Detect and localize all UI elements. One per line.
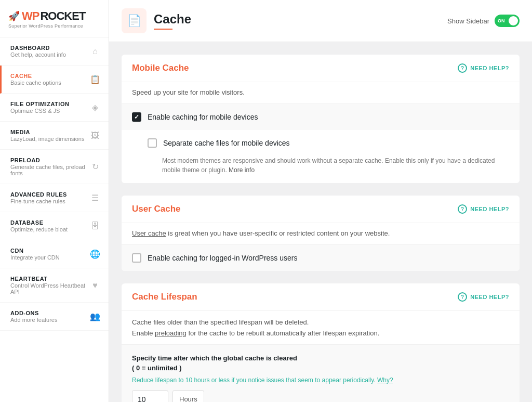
mobile-cache-need-help-button[interactable]: ? NEED HELP?	[458, 63, 509, 73]
show-sidebar-toggle[interactable]: ON	[495, 15, 520, 27]
sidebar-item-dashboard-subtitle: Get help, account info	[10, 51, 90, 58]
sidebar-item-heartbeat-subtitle: Control WordPress Heartbeat API	[10, 282, 90, 295]
file-optimization-icon: ◈	[90, 102, 100, 112]
mobile-cache-title: Mobile Cache	[132, 63, 189, 73]
separate-cache-files-main: Separate cache files for mobile devices	[148, 138, 290, 148]
sidebar-item-cache-title: CACHE	[10, 73, 90, 79]
cache-lifespan-header: Cache Lifespan ? NEED HELP?	[122, 283, 520, 311]
user-cache-need-help-button[interactable]: ? NEED HELP?	[458, 204, 509, 214]
cache-lifespan-hint: Reduce lifespan to 10 hours or less if y…	[132, 377, 509, 384]
heartbeat-icon: ♥	[90, 281, 100, 290]
user-cache-section: User Cache ? NEED HELP? User cache is gr…	[122, 196, 520, 271]
enable-logged-in-caching-row: Enable caching for logged-in WordPress u…	[122, 245, 520, 271]
mobile-cache-desc: Speed up your site for mobile visitors.	[122, 82, 520, 104]
user-cache-title: User Cache	[132, 204, 181, 214]
cache-lifespan-input[interactable]	[132, 390, 168, 402]
sidebar-item-dashboard[interactable]: DASHBOARD Get help, account info ⌂	[0, 37, 109, 66]
sidebar-item-cdn-subtitle: Integrate your CDN	[10, 254, 90, 261]
cache-icon: 📋	[90, 74, 100, 84]
cache-lifespan-unit: Hours	[172, 390, 204, 402]
separate-cache-files-checkbox[interactable]	[148, 138, 157, 148]
page-title: Cache	[154, 12, 191, 27]
sidebar-item-preload[interactable]: PRELOAD Generate cache files, preload fo…	[0, 150, 109, 184]
sidebar-item-cache-subtitle: Basic cache options	[10, 80, 90, 86]
user-cache-link[interactable]: User cache	[132, 229, 166, 237]
enable-logged-in-caching-label: Enable caching for logged-in WordPress u…	[148, 254, 297, 262]
sidebar-item-database[interactable]: DATABASE Optimize, reduce bloat 🗄	[0, 212, 109, 240]
user-cache-need-help-label: NEED HELP?	[470, 206, 509, 212]
mobile-cache-header: Mobile Cache ? NEED HELP?	[122, 55, 520, 82]
sidebar-item-file-optimization-title: FILE OPTIMIZATION	[10, 101, 90, 107]
sidebar-item-database-subtitle: Optimize, reduce bloat	[10, 226, 90, 232]
title-underline	[154, 29, 172, 30]
page-header: 📄 Cache Show Sidebar ON	[109, 0, 532, 42]
sidebar-item-media-title: MEDIA	[10, 129, 90, 135]
sidebar-item-add-ons-subtitle: Add more features	[10, 317, 90, 323]
user-cache-desc-text: is great when you have user-specific or …	[166, 229, 390, 237]
preloading-link[interactable]: preloading	[155, 329, 187, 337]
sidebar: 🚀 WP ROCKET Superior WordPress Performan…	[0, 0, 109, 402]
sidebar-item-cdn[interactable]: CDN Integrate your CDN 🌐	[0, 240, 109, 268]
cache-lifespan-need-help-icon: ?	[458, 292, 467, 302]
sidebar-item-cache[interactable]: CACHE Basic cache options 📋	[0, 66, 109, 94]
page-icon-box: 📄	[122, 8, 147, 33]
cache-lifespan-box-title: Specify time after which the global cach…	[132, 353, 509, 373]
logo-area: 🚀 WP ROCKET Superior WordPress Performan…	[0, 0, 109, 37]
logo-rocket: ROCKET	[40, 9, 85, 23]
sidebar-item-advanced-rules-title: ADVANCED RULES	[10, 191, 90, 198]
home-icon: ⌂	[90, 47, 100, 56]
sidebar-item-advanced-rules[interactable]: ADVANCED RULES Fine-tune cache rules ☰	[0, 184, 109, 212]
separate-cache-files-label: Separate cache files for mobile devices	[163, 139, 290, 147]
sidebar-item-dashboard-title: DASHBOARD	[10, 45, 90, 51]
cache-lifespan-desc: Cache files older than the specified lif…	[122, 311, 520, 345]
main-content: 📄 Cache Show Sidebar ON Mobile Cache ?	[109, 0, 532, 402]
cache-lifespan-section: Cache Lifespan ? NEED HELP? Cache files …	[122, 283, 520, 402]
add-ons-icon: 👥	[90, 312, 100, 321]
header-title-block: Cache	[154, 12, 191, 30]
cache-lifespan-box: Specify time after which the global cach…	[122, 345, 520, 402]
preload-icon: ↻	[90, 162, 100, 172]
logo-subtitle: Superior WordPress Performance	[8, 23, 100, 29]
toggle-thumb	[509, 16, 518, 25]
cache-lifespan-desc-line2: for the cache to be rebuilt automaticall…	[187, 329, 379, 337]
sidebar-item-add-ons-title: ADD-ONS	[10, 310, 90, 316]
separate-cache-more-info-link[interactable]: More info	[229, 166, 255, 174]
advanced-rules-icon: ☰	[90, 193, 100, 203]
sidebar-item-advanced-rules-subtitle: Fine-tune cache rules	[10, 198, 90, 204]
logo-wp: WP	[22, 9, 39, 23]
cache-lifespan-desc-line1: Cache files older than the specified lif…	[132, 318, 309, 326]
toggle-track[interactable]: ON	[495, 15, 520, 27]
sidebar-item-preload-subtitle: Generate cache files, preload fonts	[10, 164, 90, 176]
show-sidebar-label: Show Sidebar	[447, 17, 489, 25]
sidebar-item-cdn-title: CDN	[10, 248, 90, 254]
header-left: 📄 Cache	[122, 8, 191, 33]
content-area: Mobile Cache ? NEED HELP? Speed up your …	[109, 42, 532, 402]
media-icon: 🖼	[90, 131, 100, 140]
cache-lifespan-input-row: Hours	[132, 390, 509, 402]
sidebar-item-heartbeat[interactable]: HEARTBEAT Control WordPress Heartbeat AP…	[0, 268, 109, 303]
user-cache-desc: User cache is great when you have user-s…	[122, 223, 520, 245]
enable-mobile-caching-checkbox[interactable]	[132, 112, 141, 122]
cache-lifespan-need-help-label: NEED HELP?	[470, 294, 509, 300]
user-cache-header: User Cache ? NEED HELP?	[122, 196, 520, 223]
enable-mobile-caching-label: Enable caching for mobile devices	[148, 113, 258, 121]
lifespan-why-link[interactable]: Why?	[377, 377, 393, 384]
mobile-cache-checkbox1-row: Enable caching for mobile devices	[122, 104, 520, 130]
sidebar-item-file-optimization-subtitle: Optimize CSS & JS	[10, 108, 90, 114]
sidebar-item-add-ons[interactable]: ADD-ONS Add more features 👥	[0, 303, 109, 331]
sidebar-item-file-optimization[interactable]: FILE OPTIMIZATION Optimize CSS & JS ◈	[0, 94, 109, 122]
cache-lifespan-need-help-button[interactable]: ? NEED HELP?	[458, 292, 509, 302]
cdn-icon: 🌐	[90, 249, 100, 259]
enable-logged-in-caching-checkbox[interactable]	[132, 253, 141, 263]
sidebar-item-media[interactable]: MEDIA LazyLoad, image dimensions 🖼	[0, 122, 109, 150]
user-cache-need-help-icon: ?	[458, 204, 467, 214]
need-help-icon: ?	[458, 63, 467, 73]
mobile-cache-need-help-label: NEED HELP?	[470, 65, 509, 71]
rocket-icon: 🚀	[8, 10, 20, 22]
database-icon: 🗄	[90, 222, 100, 231]
toggle-on-label: ON	[498, 18, 505, 23]
sidebar-item-database-title: DATABASE	[10, 219, 90, 226]
cache-lifespan-title: Cache Lifespan	[132, 292, 197, 302]
separate-cache-files-note: Most modern themes are responsive and sh…	[162, 156, 509, 175]
separate-cache-files-row: Separate cache files for mobile devices …	[122, 130, 520, 183]
